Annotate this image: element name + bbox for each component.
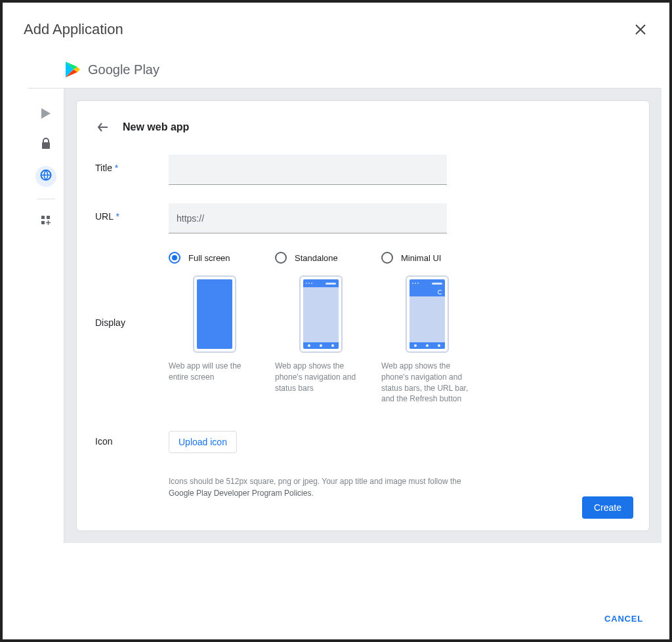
display-options: Full screen Web app will use the entire … — [169, 252, 473, 405]
brand-text: Google Play — [88, 62, 159, 77]
url-label: URL * — [95, 203, 169, 222]
embedded-content: Google Play — [3, 51, 669, 590]
preview-minimal — [406, 275, 449, 353]
desc-standalone: Web app shows the phone's navigation and… — [275, 361, 367, 393]
sidebar — [28, 89, 64, 543]
cancel-button[interactable]: CANCEL — [604, 614, 643, 624]
sidebar-item-apps[interactable] — [35, 211, 56, 232]
modal-title: Add Application — [24, 21, 123, 38]
icon-info-text: Icons should be 512px square, png or jpe… — [169, 475, 471, 499]
radio-fullscreen[interactable]: Full screen — [169, 252, 261, 264]
preview-standalone — [299, 275, 343, 353]
radio-standalone[interactable]: Standalone — [275, 252, 367, 264]
title-input[interactable] — [169, 155, 447, 185]
create-button[interactable]: Create — [582, 496, 633, 519]
page-title: New web app — [123, 121, 189, 133]
close-icon[interactable] — [633, 22, 648, 37]
policy-link[interactable]: Google Play Developer Program Policies — [169, 489, 311, 498]
modal-footer: CANCEL — [3, 590, 669, 639]
google-play-icon — [64, 60, 81, 79]
lock-icon — [41, 138, 51, 152]
display-label: Display — [95, 252, 169, 328]
display-option-fullscreen: Full screen Web app will use the entire … — [169, 252, 261, 405]
preview-fullscreen — [193, 275, 236, 353]
desc-fullscreen: Web app will use the entire screen — [169, 361, 261, 383]
form-card: New web app Title * URL * — [76, 100, 650, 531]
sidebar-item-security[interactable] — [35, 134, 56, 155]
svg-rect-2 — [41, 216, 45, 219]
radio-minimal[interactable]: Minimal UI — [381, 252, 473, 264]
sidebar-item-play[interactable] — [35, 103, 56, 124]
desc-minimal: Web app shows the phone's navigation and… — [381, 361, 473, 405]
apps-grid-icon — [41, 215, 51, 228]
play-header: Google Play — [28, 51, 662, 89]
globe-icon — [40, 169, 52, 184]
title-label: Title * — [95, 155, 169, 173]
sidebar-divider — [37, 199, 55, 199]
display-option-standalone: Standalone — [275, 252, 367, 405]
display-option-minimal: Minimal UI — [381, 252, 473, 405]
url-input[interactable] — [169, 203, 447, 233]
svg-rect-0 — [42, 142, 50, 149]
upload-icon-button[interactable]: Upload icon — [169, 431, 237, 453]
back-arrow-icon[interactable] — [95, 119, 111, 135]
icon-label: Icon — [95, 431, 169, 447]
svg-rect-4 — [41, 221, 45, 224]
sidebar-item-web[interactable] — [35, 166, 56, 187]
svg-rect-3 — [47, 216, 50, 219]
